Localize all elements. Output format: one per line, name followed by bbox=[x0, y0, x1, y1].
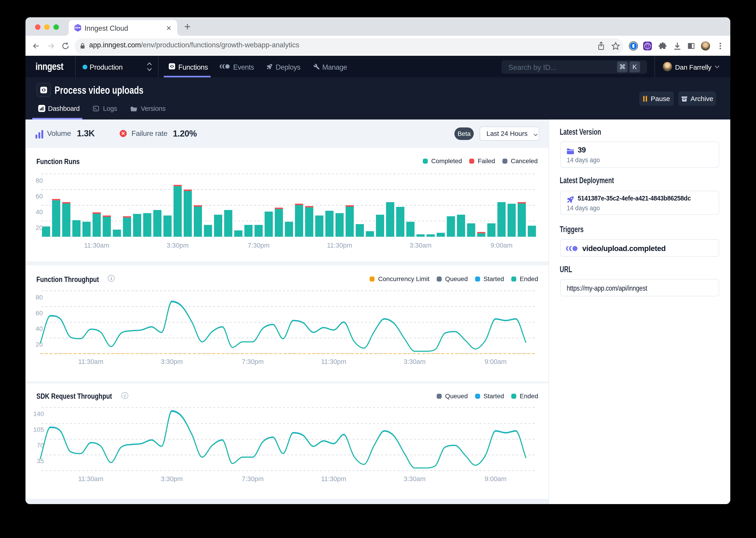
svg-text:3:30pm: 3:30pm bbox=[161, 475, 183, 482]
svg-text:11:30am: 11:30am bbox=[84, 242, 110, 249]
svg-text:60: 60 bbox=[36, 193, 43, 200]
svg-text:80: 80 bbox=[36, 294, 43, 301]
svg-text:3:30am: 3:30am bbox=[404, 358, 426, 365]
svg-text:60: 60 bbox=[36, 309, 43, 317]
svg-text:3:30am: 3:30am bbox=[410, 242, 432, 249]
svg-text:40: 40 bbox=[36, 208, 43, 216]
svg-text:9:00am: 9:00am bbox=[491, 242, 513, 249]
svg-text:20: 20 bbox=[36, 224, 43, 231]
svg-text:9:00am: 9:00am bbox=[485, 475, 507, 482]
svg-text:7:30pm: 7:30pm bbox=[248, 242, 270, 249]
svg-text:11:30pm: 11:30pm bbox=[321, 358, 346, 365]
svg-text:7:30pm: 7:30pm bbox=[242, 358, 264, 365]
svg-text:11:30pm: 11:30pm bbox=[321, 475, 346, 482]
svg-text:11:30am: 11:30am bbox=[78, 358, 104, 365]
svg-text:105: 105 bbox=[33, 426, 44, 433]
svg-text:20: 20 bbox=[36, 341, 43, 348]
svg-text:40: 40 bbox=[36, 325, 43, 332]
svg-text:11:30pm: 11:30pm bbox=[327, 242, 352, 249]
svg-text:140: 140 bbox=[33, 410, 44, 417]
svg-text:7:30pm: 7:30pm bbox=[242, 475, 264, 482]
svg-text:80: 80 bbox=[36, 177, 43, 184]
svg-text:3:30am: 3:30am bbox=[404, 475, 426, 482]
svg-text:3:30pm: 3:30pm bbox=[167, 242, 189, 249]
svg-text:11:30am: 11:30am bbox=[78, 475, 104, 482]
svg-text:9:00am: 9:00am bbox=[485, 358, 507, 365]
svg-text:3:30pm: 3:30pm bbox=[161, 358, 183, 365]
